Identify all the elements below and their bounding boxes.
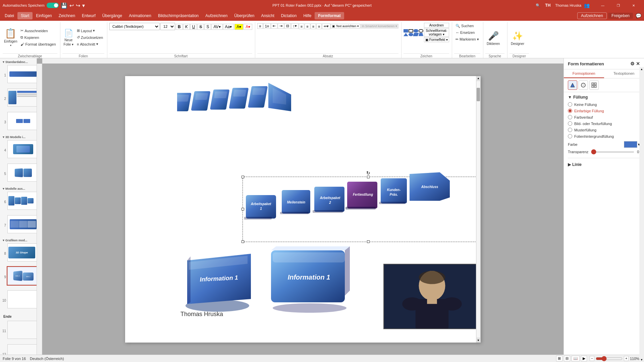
menu-einfuegen[interactable]: Einfügen [33,12,55,19]
scroll-bar-right[interactable]: ▲ ▼ [476,76,481,343]
font-case-button[interactable]: Aa▾ [223,24,234,30]
bold-button[interactable]: B [176,24,183,30]
btn-abschluss[interactable]: Abschluss [408,171,451,209]
highlight-button[interactable]: A▾ [234,24,243,30]
zoom-slider[interactable] [596,356,623,361]
section-4[interactable]: ▾Grafiken mod... [3,238,35,243]
radio-farbverlauf[interactable]: Farbverlauf [568,115,640,119]
more-icon[interactable]: ▾ [82,2,85,9]
panel-options-icon[interactable]: ⚙ [630,61,635,66]
panel-icon-fill[interactable] [568,80,577,90]
schnellformate-button[interactable]: Schnellformat-vorlagen ▾ [424,28,449,37]
shape-rect-outline[interactable] [409,29,413,33]
strikethrough-button[interactable]: S [197,24,204,30]
shape-info1-left[interactable]: Information 1 [180,247,258,314]
minimize-button[interactable]: — [595,0,610,11]
linie-header[interactable]: ▶ Linie [568,162,640,167]
shape-rounded[interactable] [414,29,418,33]
aufzeichnen-btn[interactable]: Aufzeichnen [577,12,607,19]
share-icon[interactable]: 👥 [584,3,590,8]
ausschneiden-button[interactable]: ✂ Ausschneiden [19,28,57,34]
menu-dictation[interactable]: Dictation [278,12,300,19]
slide-thumb-10[interactable] [7,290,37,309]
slide-thumb-4[interactable] [7,139,37,159]
section-2[interactable]: ▾3D Modelle i... [3,135,35,139]
smartart-button[interactable]: In SmartArt konvertieren ▾ [361,24,398,28]
close-button[interactable]: ✕ [626,0,641,11]
zoom-out-btn[interactable]: − [590,356,594,361]
menu-start[interactable]: Start [17,12,33,19]
section-1[interactable]: ▾Standardabsc... [3,60,35,64]
menu-zeichnen[interactable]: Zeichnen [55,12,78,19]
canvas-area[interactable]: ↻ Arbeitspaket 1 [37,58,564,355]
ersetzen-button[interactable]: ↔ Ersetzen [454,29,476,36]
shadow-button[interactable]: S [204,24,211,30]
scroll-thumb[interactable] [477,88,480,101]
slide-thumb-3[interactable] [7,111,37,131]
align-center[interactable]: ≡ [305,23,310,29]
tab-formoptionen[interactable]: Formoptionen [564,69,604,78]
tab-textoptionen[interactable]: Textoptionen [604,69,644,78]
btn-arbeitspaket2[interactable]: Arbeitspaket 2 [313,182,350,219]
layout-button[interactable]: ⊞ Layout ▾ [75,28,104,34]
shape-para[interactable] [413,33,419,36]
slide-thumb-5[interactable] [7,163,37,182]
shape-tri[interactable] [404,33,408,36]
font-color-button[interactable]: A▾ [244,24,252,30]
user-avatar[interactable]: TH [543,1,552,10]
align-right[interactable]: ≡ [311,23,316,29]
anordnen-button[interactable]: Anordnen [424,23,449,28]
handle-tl[interactable] [241,176,244,178]
justify[interactable]: ≡ [316,23,322,29]
text-ausrichten-button[interactable]: ▣ Text ausrichten ▾ [331,24,360,28]
markieren-button[interactable]: ✏ Markieren ▾ [454,36,480,42]
slide-thumb-8[interactable]: 3D Shape [7,243,37,262]
text-direction[interactable]: ⇔▾ [322,23,330,29]
btn-fertigstellung[interactable]: Fertiestllung [345,178,382,217]
neue-folie-button[interactable]: 📄 Neue Folie ▾ [62,28,75,47]
handle-ml[interactable] [241,208,244,210]
zoom-in-btn[interactable]: + [624,356,629,361]
slide-thumb-2[interactable] [7,88,37,107]
einfuegen-button[interactable]: 📋 Einfügen ▾ [3,28,18,47]
language-indicator[interactable]: Deutsch (Österreich) [30,357,64,361]
panel-icon-layout[interactable] [589,80,599,90]
scroll-up[interactable]: ▲ [476,76,480,80]
menu-formformat[interactable]: Formformat [315,12,344,19]
increase-indent[interactable]: ⇥ [278,23,284,29]
undo-icon[interactable]: ↩ [69,2,74,9]
align-left[interactable]: ≡ [299,23,304,29]
formeffekt-button[interactable]: ▣ Formeffekt ▾ [424,37,449,42]
save-icon[interactable]: 💾 [61,2,67,9]
menu-uebergaenge[interactable]: Übergänge [99,12,125,19]
handle-tm[interactable] [367,176,370,178]
bullets-button[interactable]: ≡ [257,23,263,29]
redo-icon[interactable]: ↪ [76,2,80,9]
designer-button[interactable]: ✨ Designer [509,28,526,48]
font-size-select[interactable]: 12 [160,23,175,30]
slide-thumb-11[interactable] [7,320,37,340]
font-name-select[interactable]: Calibri (Textkörper) [109,23,160,30]
format-uebertragen-button[interactable]: 🖌 Format übertragen [19,41,57,47]
kopieren-button[interactable]: ⧉ Kopieren [19,35,57,41]
menu-ansicht[interactable]: Ansicht [258,12,277,19]
comments-icon[interactable]: 💬 [634,12,643,19]
slide-thumb-12[interactable] [7,344,37,355]
menu-entwurf[interactable]: Entwurf [78,12,99,19]
slide-thumb-9[interactable]: Info 1 Info 1 [7,266,37,286]
numbering-button[interactable]: 1≡ [263,23,271,29]
slide-thumb-1[interactable] [7,64,37,84]
top-keyboard-shape[interactable] [177,83,291,126]
freigeben-btn[interactable]: Freigeben [608,13,633,19]
search-icon-title[interactable]: 🔍 [536,3,540,8]
radio-bild-textur[interactable]: Bild- oder Texturfüllung [568,121,640,126]
suchen-button[interactable]: 🔍 Suchen [454,23,475,29]
btn-kunden-praes[interactable]: Kunden- Präs. [379,175,411,212]
decrease-indent[interactable]: ⇤ [271,23,277,29]
btn-arbeitspaket1[interactable]: Arbeitspaket 1 [244,188,281,225]
menu-hilfe[interactable]: Hilfe [300,12,315,19]
section-3[interactable]: ▾Modelle aus... [3,186,35,191]
shape-rounded-outline[interactable] [419,29,423,33]
menu-ueberpruefen[interactable]: Überprüfen [231,12,258,19]
shape-trap[interactable] [419,33,423,36]
